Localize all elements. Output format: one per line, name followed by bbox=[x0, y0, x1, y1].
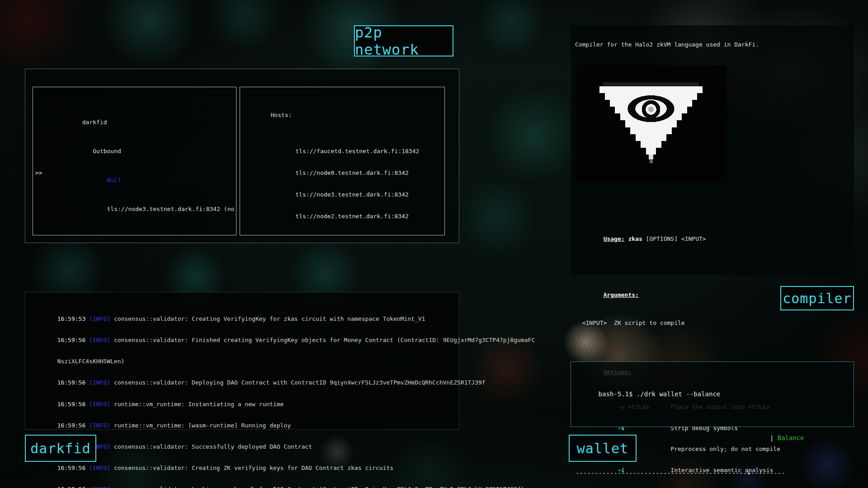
wallet-table-separator: ----------------------------------------… bbox=[576, 469, 849, 478]
log-timestamp: 16:59:56 bbox=[57, 401, 89, 408]
log-line: NsziXLFC4sKHH5WLen) bbox=[29, 351, 455, 372]
tree-line-text: tls://node2.testnet.dark.fi:8342 (no rem… bbox=[71, 235, 236, 235]
log-level-badge: [INFO] bbox=[89, 486, 114, 488]
log-line: 16:59:53 [INFO] consensus::validator: Cr… bbox=[29, 308, 455, 329]
label-darkfid: darkfid bbox=[25, 435, 96, 462]
p2p-monitor-window[interactable]: darkfid Outbound >> Null tls://node3.tes… bbox=[25, 69, 459, 243]
log-timestamp: 16:59:53 bbox=[57, 315, 89, 322]
hosts-panel: Hosts: tls://faucetd.testnet.dark.fi:183… bbox=[240, 87, 445, 235]
connections-tree-panel: darkfid Outbound >> Null tls://node3.tes… bbox=[33, 87, 236, 235]
log-level-badge: [INFO] bbox=[89, 315, 114, 322]
label-compiler-text: compiler bbox=[783, 291, 852, 306]
log-message: consensus::validator: Finished creating … bbox=[114, 337, 535, 343]
hosts-title: Hosts: bbox=[242, 104, 444, 126]
tree-line[interactable]: Outbound bbox=[36, 133, 236, 162]
tree-line[interactable]: >> Null bbox=[36, 162, 236, 191]
label-wallet: wallet bbox=[569, 435, 637, 462]
label-compiler: compiler bbox=[780, 286, 854, 310]
log-line: 16:59:56 [INFO] consensus::validator: Lo… bbox=[29, 479, 455, 488]
usage-line: Usage: zkas [OPTIONS] <INPUT> bbox=[575, 229, 849, 250]
host-line: tls://faucetd.testnet.dark.fi:18342 bbox=[242, 141, 444, 162]
label-wallet-text: wallet bbox=[577, 441, 628, 456]
log-timestamp: 16:59:56 bbox=[57, 465, 89, 471]
log-line: 16:59:56 [INFO] consensus::validator: Fi… bbox=[29, 330, 455, 351]
tree-line[interactable]: tls://node3.testnet.dark.fi:8342 (no rem… bbox=[36, 191, 236, 220]
label-darkfid-text: darkfid bbox=[30, 441, 90, 456]
log-message: runtime::vm_runtime: [wasm-runtime] Runn… bbox=[114, 422, 291, 429]
log-level-badge: [INFO] bbox=[89, 379, 114, 386]
label-p2p-network-text: p2p network bbox=[355, 24, 453, 58]
balance-header: Balance bbox=[778, 434, 804, 441]
tree-line-text: tls://node3.testnet.dark.fi:8342 (no rem… bbox=[71, 206, 236, 212]
log-line: 16:59:56 [INFO] runtime::vm_runtime: [wa… bbox=[29, 415, 455, 436]
label-p2p-network: p2p network bbox=[354, 25, 453, 56]
darkfi-logo bbox=[575, 65, 727, 183]
host-line: tls://node0.testnet.dark.fi:8342 bbox=[242, 162, 444, 184]
host-line: tls://node2.testnet.dark.fi:8342 bbox=[242, 206, 444, 227]
compiler-terminal-window[interactable]: Compiler for the Halo2 zkVM language use… bbox=[571, 25, 854, 275]
log-message: consensus::validator: Deploying DAO Cont… bbox=[114, 379, 486, 386]
log-message: NsziXLFC4sKHH5WLen) bbox=[57, 358, 125, 365]
wallet-command: ./drk wallet --balance bbox=[632, 390, 720, 398]
log-timestamp: 16:59:56 bbox=[57, 337, 89, 343]
host-line: tls://node3.testnet.dark.fi:8342 bbox=[242, 184, 444, 206]
selection-marker: >> bbox=[35, 169, 42, 177]
tree-line[interactable]: tls://node2.testnet.dark.fi:8342 (no rem… bbox=[36, 220, 236, 235]
wallet-command-line: bash-5.1$ ./drk wallet --balance bbox=[576, 381, 849, 408]
log-level-badge: [INFO] bbox=[89, 401, 114, 408]
log-timestamp: 16:59:56 bbox=[57, 422, 89, 429]
tree-line-text: darkfid bbox=[71, 119, 107, 126]
log-message: consensus::validator: Creating Verifying… bbox=[114, 315, 425, 322]
log-line: 16:59:56 [INFO] consensus::validator: De… bbox=[29, 372, 455, 394]
darkfid-log-window[interactable]: 16:59:53 [INFO] consensus::validator: Cr… bbox=[25, 292, 459, 430]
blank-line bbox=[575, 263, 849, 271]
log-level-badge: [INFO] bbox=[89, 422, 114, 429]
log-level-badge: [INFO] bbox=[89, 337, 114, 343]
blank-line bbox=[575, 341, 849, 348]
tree-line[interactable]: darkfid bbox=[36, 104, 236, 133]
desktop: p2p network darkfid Outbound >> Null tl bbox=[0, 0, 868, 488]
host-line: tls://node1.testnet.dark.fi:8342 bbox=[242, 227, 444, 235]
log-message: consensus::validator: Creating ZK verify… bbox=[114, 465, 393, 471]
tree-line-text: Null bbox=[71, 177, 121, 183]
log-level-badge: [INFO] bbox=[89, 465, 114, 471]
compiler-description: Compiler for the Halo2 zkVM language use… bbox=[575, 41, 849, 48]
argument-row: <INPUT> ZK script to compile bbox=[575, 319, 849, 327]
log-message: consensus::validator: Successfully deplo… bbox=[114, 443, 312, 450]
log-timestamp: 16:59:56 bbox=[57, 379, 89, 386]
log-message: consensus::validator: Looking up zkas db… bbox=[114, 486, 524, 488]
log-message: runtime::vm_runtime: Instantiating a new… bbox=[114, 401, 284, 408]
log-timestamp: 16:59:56 bbox=[57, 486, 89, 488]
tree-line-text: Outbound bbox=[71, 148, 121, 155]
log-line: 16:59:56 [INFO] runtime::vm_runtime: Ins… bbox=[29, 394, 455, 415]
shell-prompt: bash-5.1$ bbox=[599, 390, 633, 398]
header-divider: | bbox=[629, 434, 778, 441]
wallet-terminal-window[interactable]: bash-5.1$ ./drk wallet --balance Token I… bbox=[571, 361, 854, 427]
darkfi-eye-icon bbox=[593, 79, 709, 169]
